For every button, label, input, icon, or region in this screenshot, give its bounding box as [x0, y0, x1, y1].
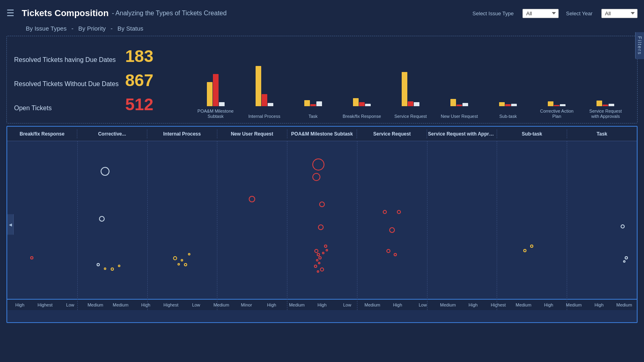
stat2-label: Resolved Tickets Without Due Dates	[14, 80, 119, 88]
scatter-bubble	[181, 259, 183, 261]
bar-group-label: Task	[289, 114, 337, 119]
bar-group: Break/fix Response	[337, 50, 386, 106]
tab-by-issue-types[interactable]: By Issue Types	[24, 24, 68, 33]
scatter-bubble	[111, 267, 114, 271]
bar-yellow	[256, 66, 261, 106]
scatter-bubble	[249, 196, 255, 202]
hamburger-icon[interactable]: ☰	[6, 8, 14, 19]
tab-by-priority[interactable]: By Priority	[76, 24, 107, 33]
nav-sep-1: -	[71, 25, 73, 32]
scatter-col-header: Internal Process	[147, 130, 217, 138]
bar-red	[262, 94, 267, 106]
x-axis-label: High	[586, 302, 612, 307]
scatter-col-header: Corrective...	[77, 130, 147, 138]
x-axis-label: High	[385, 302, 410, 307]
year-select[interactable]: All	[601, 9, 638, 18]
bar-group: Service Requestwith Approvals	[581, 50, 630, 106]
x-axis-label: Medium	[561, 302, 586, 307]
scatter-bubble	[621, 224, 625, 228]
bar-yellow	[207, 82, 213, 106]
stat2-value: 867	[125, 71, 157, 90]
bar-yellow	[353, 98, 359, 106]
scatter-bubble	[188, 253, 190, 255]
bars	[597, 50, 614, 106]
scatter-bubble	[530, 245, 533, 248]
bar-group: Service Request	[386, 50, 435, 106]
x-axis-label: Medium	[284, 302, 310, 307]
scatter-bubble	[389, 227, 395, 233]
bars	[450, 50, 468, 106]
filters-tab[interactable]: Filters	[635, 32, 644, 59]
scatter-bubble	[101, 167, 109, 176]
x-axis-label: Low	[410, 302, 436, 307]
x-axis-label: Medium	[209, 302, 234, 307]
bar-group: Corrective ActionPlan	[533, 50, 581, 106]
scatter-bubble	[173, 256, 177, 260]
x-axis-label: Medium	[108, 302, 133, 307]
x-axis-label: High	[536, 302, 561, 307]
scatter-col-header: Task	[567, 130, 637, 138]
x-axis-label: High	[133, 302, 159, 307]
scatter-bubble	[319, 202, 325, 207]
x-axis-label: Medium	[511, 302, 536, 307]
scatter-bubble	[386, 249, 390, 253]
scatter-vline	[567, 141, 567, 310]
bar-group-label: POA&M MilestoneSubtask	[191, 109, 240, 119]
x-axis-label: High	[460, 302, 486, 307]
x-axis-label: Low	[334, 302, 360, 307]
bars	[207, 50, 225, 106]
scatter-bubble	[316, 259, 318, 261]
left-scroll-indicator[interactable]: ◀	[7, 214, 14, 235]
scatter-bubble	[394, 253, 397, 256]
header-selectors: Select Issue Type All Select Year All	[473, 9, 638, 18]
page-title: Tickets Composition	[22, 8, 109, 19]
scatter-bubble	[312, 158, 324, 171]
scatter-col-header: Service Request	[357, 130, 427, 138]
bar-yellow	[499, 102, 505, 106]
scatter-bubble	[104, 267, 106, 270]
scatter-vline	[497, 141, 497, 310]
stat3-label: Open Tickets	[14, 105, 119, 112]
x-axis-label: Medium	[360, 302, 385, 307]
bar-gray	[219, 102, 225, 106]
scatter-bubble	[314, 249, 318, 253]
bar-gray	[560, 104, 566, 106]
scatter-bubble	[314, 265, 317, 268]
bar-group-label: Corrective ActionPlan	[533, 109, 581, 119]
scatter-bubble	[397, 210, 401, 214]
scatter-vline	[287, 141, 287, 310]
issue-type-label: Select Issue Type	[473, 10, 514, 16]
page-subtitle: - Analyzing the Types of Tickets Created	[112, 10, 227, 17]
x-axis-label: Low	[58, 302, 83, 307]
tab-by-status[interactable]: By Status	[116, 24, 145, 33]
bar-yellow	[450, 99, 456, 106]
bar-gray	[365, 104, 371, 106]
bar-red	[213, 74, 219, 106]
issue-type-select[interactable]: All	[522, 9, 559, 18]
bar-yellow	[402, 72, 407, 106]
nav-sep-2: -	[111, 25, 113, 32]
scatter-bubble	[178, 263, 180, 265]
bar-red	[505, 104, 511, 106]
scatter-bubble	[324, 245, 327, 248]
bars	[548, 50, 566, 106]
x-axis-label: Highest	[158, 302, 184, 307]
bars	[304, 50, 322, 106]
scatter-bubble	[320, 267, 324, 272]
bar-red	[554, 105, 559, 106]
scatter-section: Break/fix ResponseCorrective...Internal …	[6, 126, 638, 323]
x-axis-label: Minor	[234, 302, 259, 307]
bar-group-label: New User Request	[435, 114, 484, 119]
scatter-bubble	[623, 260, 625, 263]
x-axis-label: Highest	[33, 302, 58, 307]
scatter-col-header: Sub-task	[497, 130, 567, 138]
scatter-vline	[147, 141, 148, 310]
scatter-bubble	[383, 210, 387, 214]
x-axis-label: Medium	[83, 302, 108, 307]
stat-row-1: Resolved Tickets having Due Dates 183	[14, 47, 183, 66]
scatter-bubble	[184, 263, 187, 266]
bar-group: Sub-task	[484, 50, 533, 106]
bar-gray	[268, 103, 273, 106]
scatter-bubble	[30, 256, 33, 259]
x-axis: HighHighestLowMediumMediumHighHighestLow…	[7, 299, 637, 310]
